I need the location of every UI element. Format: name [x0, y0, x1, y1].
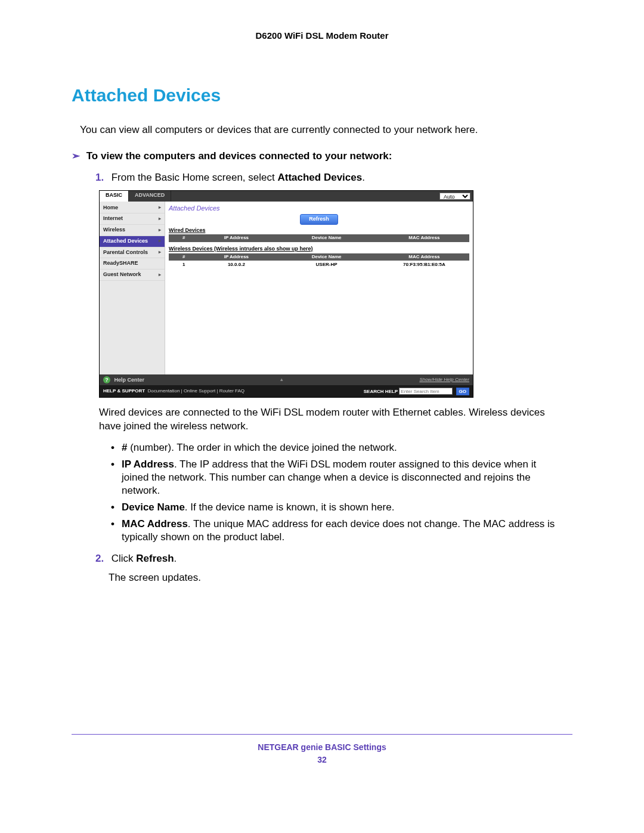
main-panel: Attached Devices Refresh Wired Devices #…	[165, 202, 473, 374]
page-footer: NETGEAR genie BASIC Settings 32	[72, 742, 572, 765]
step-2: 2. Click Refresh. The screen updates.	[95, 552, 572, 584]
wired-devices-label: Wired Devices	[169, 227, 469, 234]
section-title: Attached Devices	[72, 83, 572, 107]
language-select[interactable]: Auto	[439, 193, 470, 200]
col-mac: MAC Address	[379, 235, 469, 241]
bullet-text: . If the device name is known, it is sho…	[185, 501, 395, 513]
chevron-right-icon: ▸	[159, 249, 161, 255]
tab-basic[interactable]: BASIC	[100, 191, 129, 202]
help-center-label: Help Center	[114, 377, 145, 383]
search-help-input[interactable]	[399, 388, 453, 395]
sidebar-label: ReadySHARE	[103, 260, 138, 267]
cell-mac: 70:F3:95:B1:E0:5A	[379, 262, 469, 268]
footer-rule	[72, 734, 572, 735]
tab-advanced[interactable]: ADVANCED	[129, 191, 171, 202]
post-screenshot-text: Wired devices are connected to the WiFi …	[99, 406, 564, 432]
col-name: Device Name	[274, 254, 379, 260]
bullet-bold: MAC Address	[122, 518, 188, 529]
col-ip: IP Address	[199, 254, 274, 260]
wireless-table-header: # IP Address Device Name MAC Address	[169, 253, 469, 261]
help-center-bar: ? Help Center ▴ Show/Hide Help Center	[100, 374, 473, 386]
tab-spacer	[171, 191, 439, 202]
chevron-right-icon: ▸	[159, 272, 161, 278]
task-arrow-icon: ➢	[72, 150, 80, 163]
step-number: 1.	[95, 171, 109, 184]
router-faq-link[interactable]: Router FAQ	[219, 388, 244, 394]
show-hide-help-link[interactable]: Show/Hide Help Center	[419, 377, 469, 383]
sidebar-item-wireless[interactable]: Wireless▸	[100, 225, 165, 236]
wired-table-header: # IP Address Device Name MAC Address	[169, 234, 469, 241]
online-support-link[interactable]: Online Support	[184, 388, 215, 394]
tab-bar: BASIC ADVANCED Auto	[100, 191, 473, 202]
refresh-button[interactable]: Refresh	[300, 214, 338, 225]
embedded-router-ui: BASIC ADVANCED Auto Home▸ Internet▸ Wire…	[99, 190, 473, 398]
page-number: 32	[72, 754, 572, 765]
sidebar-label: Home	[103, 205, 118, 212]
table-row: 1 10.0.0.2 USER-HP 70:F3:95:B1:E0:5A	[169, 261, 469, 269]
chevron-right-icon: ▸	[159, 205, 161, 210]
chevron-right-icon: ▸	[159, 238, 161, 244]
step-2-bold: Refresh	[136, 553, 174, 564]
bullet-text: (number). The order in which the device …	[127, 442, 397, 453]
cell-num: 1	[169, 262, 199, 268]
wireless-devices-label: Wireless Devices (Wireless intruders als…	[169, 246, 469, 253]
step-1-bold: Attached Devices	[277, 172, 362, 183]
document-header: D6200 WiFi DSL Modem Router	[72, 30, 572, 42]
col-num: #	[169, 254, 199, 260]
sidebar: Home▸ Internet▸ Wireless▸ Attached Devic…	[100, 202, 165, 374]
sidebar-item-readyshare[interactable]: ReadySHARE	[100, 258, 165, 270]
sidebar-label: Internet	[103, 215, 123, 222]
sidebar-label: Wireless	[103, 227, 125, 234]
sidebar-item-guest-network[interactable]: Guest Network▸	[100, 270, 165, 281]
task-heading: ➢ To view the computers and devices conn…	[72, 150, 564, 163]
bullet-name: Device Name. If the device name is known…	[111, 501, 564, 514]
help-icon[interactable]: ?	[103, 376, 110, 383]
go-button[interactable]: GO	[456, 388, 469, 395]
col-name: Device Name	[274, 235, 379, 241]
bullet-mac: MAC Address. The unique MAC address for …	[111, 518, 564, 544]
step-1: 1. From the Basic Home screen, select At…	[95, 171, 572, 184]
step-2-suffix: .	[174, 553, 177, 564]
task-label: To view the computers and devices connec…	[86, 150, 392, 162]
bullet-text: . The IP address that the WiFi DSL modem…	[122, 459, 536, 496]
sidebar-item-home[interactable]: Home▸	[100, 203, 165, 214]
help-support-label: HELP & SUPPORT	[103, 388, 145, 394]
sidebar-item-parental-controls[interactable]: Parental Controls▸	[100, 247, 165, 259]
col-mac: MAC Address	[379, 254, 469, 260]
sidebar-label: Guest Network	[103, 271, 141, 278]
step-1-suffix: .	[362, 172, 365, 183]
support-footer: HELP & SUPPORT Documentation | Online Su…	[100, 385, 473, 397]
sidebar-item-attached-devices[interactable]: Attached Devices▸	[100, 236, 165, 247]
step-1-text: From the Basic Home screen, select	[112, 172, 278, 183]
panel-title: Attached Devices	[169, 204, 469, 212]
col-ip: IP Address	[199, 235, 274, 241]
step-2-text: Click	[112, 553, 137, 564]
footer-title: NETGEAR genie BASIC Settings	[258, 742, 386, 752]
intro-text: You can view all computers or devices th…	[80, 123, 564, 137]
col-num: #	[169, 235, 199, 241]
chevron-right-icon: ▸	[159, 227, 161, 233]
cell-ip: 10.0.0.2	[199, 262, 274, 268]
bullet-bold: IP Address	[122, 459, 174, 470]
expand-icon[interactable]: ▴	[280, 376, 283, 383]
sidebar-item-internet[interactable]: Internet▸	[100, 213, 165, 225]
bullet-bold: Device Name	[122, 501, 185, 513]
step-2-result: The screen updates.	[109, 571, 572, 584]
documentation-link[interactable]: Documentation	[148, 388, 180, 394]
chevron-right-icon: ▸	[159, 216, 161, 222]
search-help-label: SEARCH HELP	[364, 389, 398, 394]
bullet-num: # (number). The order in which the devic…	[111, 441, 564, 454]
cell-name: USER-HP	[274, 262, 379, 268]
sidebar-label: Parental Controls	[103, 249, 148, 256]
bullet-ip: IP Address. The IP address that the WiFi…	[111, 458, 564, 497]
sidebar-label: Attached Devices	[103, 238, 148, 245]
step-number: 2.	[95, 552, 109, 565]
